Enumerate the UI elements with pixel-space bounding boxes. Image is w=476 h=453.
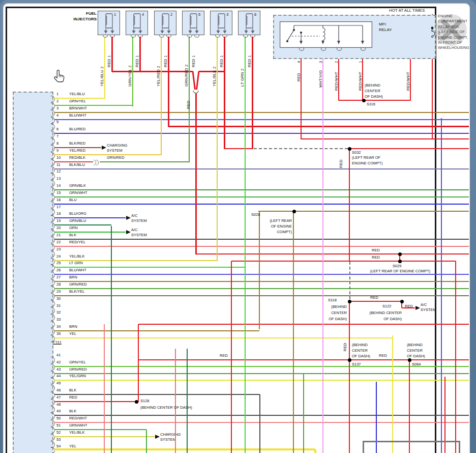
connector-pin-number: 13 — [56, 176, 61, 181]
splice-dot — [348, 147, 351, 151]
connector-pin-number: 11 — [56, 162, 61, 167]
connector-pin-number: 26 — [56, 268, 61, 273]
injector-number: 4 — [142, 12, 144, 17]
connector-pin-arc — [51, 202, 55, 208]
wire-horizontal — [138, 359, 469, 361]
connector-pin-arc — [51, 131, 55, 137]
wire-vertical — [168, 37, 169, 127]
wire-horizontal — [54, 105, 133, 106]
wire-horizontal — [54, 281, 469, 282]
fuel-injector-3[interactable] — [210, 11, 232, 35]
fuel-injector-1[interactable] — [98, 11, 120, 35]
wire-color-label: YEL/BLK — [69, 430, 84, 435]
wire-color-label: BLU/ORG — [69, 211, 86, 216]
connector-pin-number: 34 — [56, 324, 61, 329]
connector-pin-number: 27 — [56, 275, 61, 280]
wire-horizontal — [54, 168, 469, 169]
connector-pin-number: 8 — [56, 141, 58, 146]
splice-id-S122: S122 — [382, 304, 392, 309]
connector-pin-arc — [51, 180, 55, 187]
connector-pin-arc — [51, 138, 55, 145]
red-wire-tag: RED — [372, 248, 380, 253]
wire-vertical — [455, 261, 457, 453]
fuel-injector-6[interactable] — [238, 11, 260, 35]
connector-pin-number: 43 — [56, 367, 61, 372]
wire-vertical — [259, 394, 260, 453]
connector-pin-arc — [51, 328, 55, 335]
connector-pin-number: 7 — [56, 134, 58, 139]
mfi-relay-schematic — [280, 21, 372, 48]
system-arrow-label: SYSTEM — [421, 307, 436, 313]
connector-pin-number: 53 — [56, 437, 61, 442]
wire-color-label: GRN/BLU — [69, 218, 86, 223]
wire-color-label: GRN/WHT — [69, 190, 87, 195]
pin-cup-icon — [250, 35, 255, 38]
wire-vertical — [349, 301, 350, 453]
fuel-injector-2[interactable] — [154, 11, 176, 35]
relay-box-location-note: ENGINECOMPARTMENTRELAY BOX(LEFT SIDE OFE… — [438, 14, 469, 51]
splice-dot — [135, 400, 138, 404]
wire-vertical — [231, 261, 232, 453]
splice-location-S122: (BEHIND CENTEROF DASH) — [351, 310, 402, 322]
wire-horizontal — [349, 148, 469, 150]
wire-horizontal — [54, 232, 126, 233]
connector-pin-arc — [51, 215, 55, 222]
pin-cup-icon — [138, 35, 143, 38]
splice-dot — [348, 300, 351, 303]
wire-color-label: RED/WHT — [358, 72, 363, 91]
injector-pin2-wire-label: GRN/YEL 2 — [128, 65, 132, 87]
fuel-injector-5[interactable] — [182, 11, 204, 35]
wire-horizontal — [54, 224, 111, 225]
canvas-border-top — [6, 7, 436, 8]
connector-c111-label: C111 — [53, 340, 62, 345]
connector-pin-number: 33 — [56, 317, 61, 322]
wire-vertical — [138, 324, 139, 402]
connector-pin-arc — [51, 300, 55, 307]
wiring-diagram-viewer: { "palette":{ "red":"#e31b23","red_wht":… — [0, 0, 476, 453]
splice-dot — [398, 252, 402, 256]
red-wire-tag: RED — [379, 353, 387, 358]
ecm-connector-box — [13, 92, 53, 453]
wire-merge-arrow-icon — [189, 70, 202, 97]
connector-pin-arc — [51, 378, 55, 384]
arrow-right-icon — [126, 216, 131, 220]
wire-vertical — [111, 226, 112, 453]
wire-vertical — [217, 37, 218, 261]
connector-pin-number: 42 — [56, 360, 61, 365]
fuel-injector-4[interactable] — [126, 11, 148, 35]
fuel-injectors-label: FUELINJECTORS — [60, 11, 97, 22]
wire-horizontal — [301, 138, 469, 140]
wire-color-label: GRN/BLK — [69, 183, 86, 188]
red-wire-tag: RED — [405, 304, 413, 309]
red-wire-tag: RED — [370, 295, 378, 300]
connector-pin-number: 16 — [56, 197, 61, 203]
wire-horizontal — [54, 337, 393, 338]
connector-pin-number: 20 — [56, 225, 61, 231]
pin-cup-icon — [222, 35, 227, 38]
wire-color-label: BRN/WHT — [69, 106, 87, 111]
splice-dot — [398, 260, 402, 263]
connector-pin-arc — [51, 173, 55, 180]
connector-pin-arc — [51, 237, 55, 243]
connector-pin-number: 22 — [56, 240, 61, 245]
wire-vertical — [293, 211, 294, 453]
wire-vertical — [314, 449, 316, 453]
connector-pin-arc — [51, 110, 55, 117]
system-arrow-label: SYSTEM — [160, 437, 176, 442]
relay-pin-number: 4 — [296, 61, 301, 63]
wire-color-label: GRN/WHT — [69, 423, 87, 428]
diagram-canvas[interactable]: 1YEL/BLU2GRN/YEL3BRN/WHT4BLU/WHT56BLU/RE… — [0, 0, 476, 453]
splice-dot — [292, 210, 296, 213]
connector-pin-arc — [51, 251, 55, 258]
wire-horizontal — [54, 401, 136, 402]
connector-pin-number: 35 — [56, 331, 61, 336]
splice-dot — [348, 358, 351, 362]
wire-color-label: GRN/RED — [69, 367, 87, 372]
pin-cup-icon — [194, 35, 199, 38]
splice-id-S064: S064 — [412, 362, 421, 367]
wire-color-label: BLK/RED — [69, 141, 85, 146]
connector-pin-arc — [51, 152, 55, 159]
wire-horizontal — [54, 448, 315, 450]
injector-number: 6 — [254, 12, 256, 17]
connector-pin-number: 32 — [56, 310, 61, 315]
